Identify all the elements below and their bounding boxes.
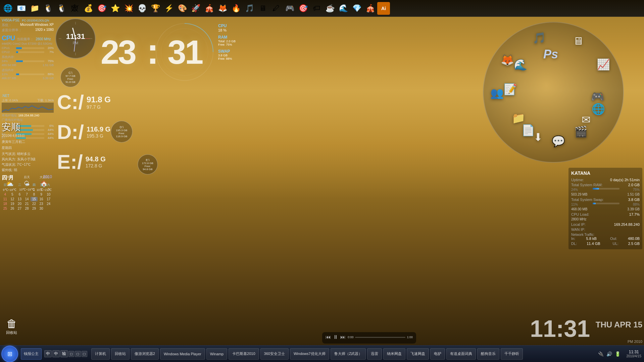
taskbar-app-3[interactable]: Windows Media Player [160,348,205,360]
cal-day-cell[interactable]: 8 [31,192,38,197]
top-app-icon-17[interactable]: 🔥 [230,2,242,15]
cal-day-cell[interactable]: 29 [31,206,38,211]
active-window-button[interactable]: 钱报公主 [21,348,42,360]
ai-icon[interactable]: Ai [377,2,390,15]
top-app-icon-2[interactable]: 📁 [28,2,41,15]
taskbar-app-9[interactable]: 迅雷 [367,348,382,360]
top-app-icon-3[interactable]: 🐧 [42,2,54,15]
taskbar-app-6[interactable]: 360安全卫士 [260,348,289,360]
top-app-icon-10[interactable]: 💀 [136,2,148,15]
taskbar-app-11[interactable]: 飞速网盘 [407,348,429,360]
cal-day-cell[interactable]: 22 [31,202,38,206]
media-prev-btn[interactable]: ⏮ [326,334,331,340]
cal-day-cell[interactable]: 2 [38,188,45,192]
top-app-icon-11[interactable]: 🏆 [149,2,162,15]
tray-battery-icon[interactable]: 🔋 [614,351,621,357]
top-app-icon-14[interactable]: 🚀 [189,2,202,15]
media-track[interactable] [355,337,406,338]
top-app-icon-21[interactable]: 🎮 [283,2,296,15]
cal-day-cell[interactable]: 7 [23,192,31,197]
cal-day-cell[interactable]: 18 [2,202,9,206]
cal-day-cell[interactable]: 9 [38,192,45,197]
taskbar-app-10[interactable]: 纳米网盘 [383,348,405,360]
cal-day-cell[interactable]: 26 [9,206,16,211]
cal-day-cell[interactable]: 1 [31,188,38,192]
top-app-icon-26[interactable]: 💎 [350,2,363,15]
cal-day-cell[interactable]: 14 [23,197,31,201]
top-app-icon-19[interactable]: 🖥 [256,2,269,15]
ime-btn3[interactable]: □ [82,351,87,357]
notepad-icon[interactable]: 📝 [500,79,521,99]
taskbar-app-15[interactable]: 千千静听 [501,348,523,360]
top-app-icon-24[interactable]: ☕ [324,2,336,15]
recycle-bin[interactable]: 🗑 回收站 [6,318,17,335]
cal-day-cell[interactable]: 24 [45,202,52,206]
media-next-btn[interactable]: ⏭ [340,334,346,340]
top-app-icon-25[interactable]: 🌊 [337,2,350,15]
taskbar-app-13[interactable]: 有道桌面词典 [446,348,476,360]
top-app-icon-20[interactable]: 🖊 [270,2,283,15]
top-app-icon-22[interactable]: 🎯 [297,2,309,15]
monitor-icon[interactable]: 🖥 [568,31,588,51]
cal-day-cell[interactable]: 15 [31,197,38,201]
taskbar-app-0[interactable]: 计算机 [91,348,110,360]
media-pause-btn[interactable]: ⏸ [333,334,338,340]
taskbar-app-2[interactable]: 傲游浏览器2 [131,348,159,360]
ime-input-btn[interactable]: 中 [52,350,60,357]
edge-icon[interactable]: 🌊 [510,55,531,75]
cpu-freq: 2800 MHz [36,37,51,41]
globe-icon[interactable]: 🌐 [588,99,608,119]
top-app-icon-12[interactable]: ⚡ [162,2,175,15]
top-app-icon-23[interactable]: 🏷 [310,2,323,15]
cal-day-cell[interactable]: 16 [38,197,45,201]
taskbar-app-14[interactable]: 酷狗音乐 [477,348,499,360]
cal-day-cell[interactable]: 10 [45,192,52,197]
taskbar-app-8[interactable]: 鲁大师（Z武器） [331,348,366,360]
ime-punct-btn[interactable]: 输 [60,350,68,357]
cal-day-cell[interactable]: 27 [16,206,23,211]
top-app-icon-9[interactable]: 💥 [122,2,135,15]
ime-btn2[interactable]: □ [75,351,81,357]
cal-day-cell[interactable]: 30 [38,206,45,211]
ime-chinese-btn[interactable]: 中 [44,350,52,357]
chat-icon[interactable]: 💬 [548,131,568,151]
photoshop-icon[interactable]: Ps [541,44,561,64]
start-button[interactable]: ⊞ [1,346,18,362]
cal-day-cell[interactable]: 23 [38,202,45,206]
ime-btn1[interactable]: □ [68,351,74,357]
top-app-icon-0[interactable]: 🌐 [1,2,14,15]
taskbar-app-5[interactable]: 卡巴斯基2010 [229,348,259,360]
cal-day-cell[interactable]: 20 [16,202,23,206]
cal-day-cell[interactable]: 25 [2,206,9,211]
cal-day-cell[interactable]: 13 [16,197,23,201]
cal-day-cell[interactable]: 11 [2,197,9,201]
top-app-icon-8[interactable]: ⭐ [109,2,121,15]
tray-network-icon[interactable]: 🔌 [597,351,604,357]
top-app-icon-27[interactable]: 🎪 [364,2,377,15]
top-app-icon-7[interactable]: 🎯 [95,2,108,15]
top-app-icon-16[interactable]: 🦊 [216,2,229,15]
top-app-icon-13[interactable]: 🎨 [176,2,189,15]
top-app-icon-6[interactable]: 💰 [82,2,95,15]
top-app-icon-18[interactable]: 🎵 [243,2,256,15]
taskbar-app-1[interactable]: 回收站 [111,348,130,360]
taskbar-app-12[interactable]: 电驴 [430,348,445,360]
top-app-icon-1[interactable]: 📧 [15,2,28,15]
cal-day-cell[interactable]: 19 [9,202,16,206]
cal-day-cell[interactable]: 17 [45,197,52,201]
cal-day-cell[interactable]: 28 [23,206,31,211]
taskbar-app-7[interactable]: Windows7优化大师 [290,348,329,360]
cal-day-cell[interactable]: 21 [23,202,31,206]
cal-day-cell[interactable]: 6 [16,192,23,197]
folder-icon[interactable]: 📁 [508,108,529,128]
cal-day-cell[interactable]: 12 [9,197,16,201]
top-app-icon-4[interactable]: 🐧 [55,2,68,15]
cal-day-cell[interactable]: 3 [45,188,52,192]
top-app-icon-5[interactable]: 🕸 [68,2,81,15]
top-app-icon-15[interactable]: 🎪 [203,2,215,15]
stock-icon[interactable]: 📈 [593,54,613,74]
tray-volume-icon[interactable]: 🔊 [606,351,613,357]
cal-day-cell[interactable]: 5 [9,192,16,197]
cal-day-cell[interactable]: 4 [2,192,9,197]
taskbar-app-4[interactable]: Winamp [206,348,227,360]
